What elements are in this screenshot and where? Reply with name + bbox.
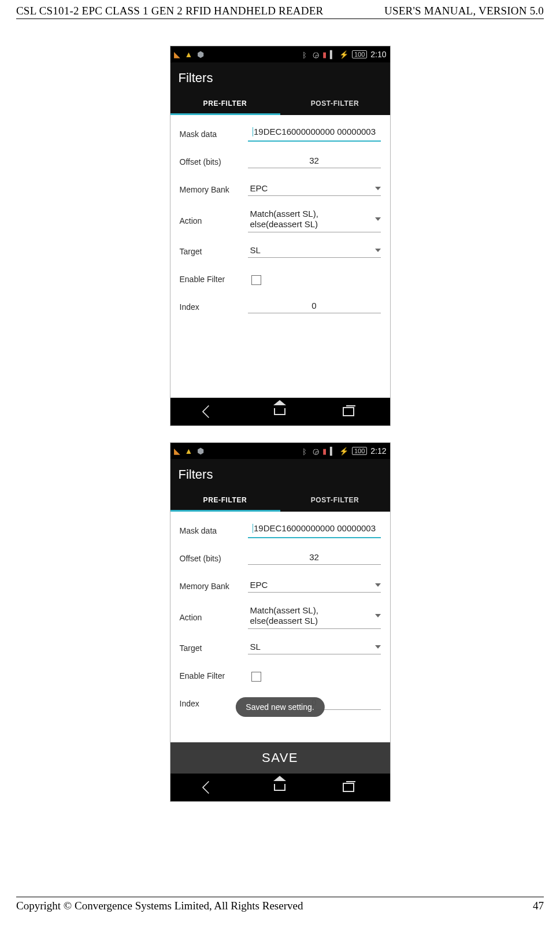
nav-recent-button[interactable] bbox=[342, 404, 365, 420]
tab-pre-filter[interactable]: PRE-FILTER bbox=[170, 92, 280, 115]
wifi-icon: ◶ bbox=[313, 50, 319, 59]
tab-post-filter[interactable]: POST-FILTER bbox=[280, 92, 390, 115]
nav-home-button[interactable] bbox=[268, 404, 291, 420]
action-label: Action bbox=[180, 613, 248, 622]
android-navbar bbox=[170, 398, 390, 426]
target-value: SL bbox=[250, 245, 372, 255]
battery-indicator: 100 bbox=[352, 447, 367, 455]
memory-bank-value: EPC bbox=[250, 183, 372, 193]
android-screenshot-1: ◣ ▲ ⬢ ᛒ ◶ ▮ ▍ ⚡ 100 2:10 Filters PRE-FIL… bbox=[170, 46, 391, 426]
android-navbar bbox=[170, 774, 390, 801]
enable-filter-checkbox[interactable] bbox=[251, 672, 261, 682]
mask-data-input[interactable]: 19DEC16000000000 00000003 bbox=[248, 127, 381, 142]
action-value: Match(assert SL), else(deassert SL) bbox=[250, 209, 372, 230]
chevron-down-icon bbox=[375, 583, 381, 587]
android-screenshot-2: ◣ ▲ ⬢ ᛒ ◶ ▮ ▍ ⚡ 100 2:12 Filters PRE-FIL… bbox=[170, 442, 391, 802]
clock: 2:10 bbox=[370, 50, 386, 59]
header-rule bbox=[16, 18, 544, 19]
page-header: CSL CS101-2 EPC CLASS 1 GEN 2 RFID HANDH… bbox=[0, 0, 560, 18]
warning-icon: ▲ bbox=[185, 50, 193, 59]
nav-back-button[interactable] bbox=[195, 404, 218, 420]
signal-icon: ▍ bbox=[330, 50, 336, 59]
page-footer: Copyright © Convergence Systems Limited,… bbox=[0, 897, 560, 912]
target-dropdown[interactable]: SL bbox=[248, 245, 381, 258]
enable-filter-label: Enable Filter bbox=[180, 671, 248, 680]
charge-icon: ⚡ bbox=[339, 50, 348, 59]
footer-page-number: 47 bbox=[533, 900, 544, 912]
action-dropdown[interactable]: Match(assert SL), else(deassert SL) bbox=[248, 209, 381, 232]
memory-bank-dropdown[interactable]: EPC bbox=[248, 580, 381, 593]
mask-data-value: 19DEC16000000000 00000003 bbox=[254, 127, 376, 136]
warning-icon: ▲ bbox=[185, 446, 193, 456]
target-label: Target bbox=[180, 643, 248, 653]
chevron-down-icon bbox=[375, 249, 381, 252]
index-label: Index bbox=[180, 302, 248, 312]
sim-icon: ▮ bbox=[322, 50, 327, 59]
nav-back-button[interactable] bbox=[195, 779, 218, 796]
footer-copyright: Copyright © Convergence Systems Limited,… bbox=[16, 900, 303, 912]
nav-home-button[interactable] bbox=[268, 779, 291, 796]
text-cursor-icon bbox=[253, 524, 253, 533]
memory-bank-label: Memory Bank bbox=[180, 582, 248, 591]
tabs: PRE-FILTER POST-FILTER bbox=[170, 489, 390, 512]
screenshot-group: ◣ ▲ ⬢ ᛒ ◶ ▮ ▍ ⚡ 100 2:10 Filters PRE-FIL… bbox=[0, 46, 560, 802]
action-label: Action bbox=[180, 216, 248, 225]
chevron-down-icon bbox=[375, 217, 381, 221]
wifi-icon: ◶ bbox=[313, 447, 319, 456]
chevron-down-icon bbox=[375, 614, 381, 617]
target-value: SL bbox=[250, 642, 372, 652]
charge-icon: ⚡ bbox=[339, 447, 348, 456]
signal-icon: ▍ bbox=[330, 447, 336, 456]
enable-filter-checkbox[interactable] bbox=[251, 275, 261, 285]
offset-input[interactable]: 32 bbox=[248, 552, 381, 565]
header-left: CSL CS101-2 EPC CLASS 1 GEN 2 RFID HANDH… bbox=[16, 5, 323, 17]
chevron-down-icon bbox=[375, 645, 381, 649]
text-cursor-icon bbox=[253, 127, 253, 136]
footer-rule bbox=[16, 897, 544, 897]
save-button[interactable]: SAVE bbox=[170, 742, 390, 774]
clock: 2:12 bbox=[370, 446, 386, 456]
status-bar: ◣ ▲ ⬢ ᛒ ◶ ▮ ▍ ⚡ 100 2:10 bbox=[170, 46, 390, 62]
action-dropdown[interactable]: Match(assert SL), else(deassert SL) bbox=[248, 605, 381, 629]
bluetooth-icon: ᛒ bbox=[302, 447, 309, 454]
memory-bank-label: Memory Bank bbox=[180, 185, 248, 194]
notification-icon: ◣ bbox=[174, 50, 180, 59]
sim-icon: ▮ bbox=[322, 447, 327, 456]
tabs: PRE-FILTER POST-FILTER bbox=[170, 92, 390, 115]
battery-indicator: 100 bbox=[352, 50, 367, 58]
mask-data-value: 19DEC16000000000 00000003 bbox=[254, 523, 376, 533]
mask-data-label: Mask data bbox=[180, 526, 248, 535]
bluetooth-icon: ᛒ bbox=[302, 51, 309, 58]
pre-filter-form: Mask data 19DEC16000000000 00000003 Offs… bbox=[170, 115, 390, 398]
toast-saved-setting: Saved new setting. bbox=[235, 697, 324, 717]
android-icon: ⬢ bbox=[197, 50, 204, 59]
memory-bank-dropdown[interactable]: EPC bbox=[248, 183, 381, 196]
mask-data-label: Mask data bbox=[180, 130, 248, 139]
nav-recent-button[interactable] bbox=[342, 779, 365, 796]
mask-data-input[interactable]: 19DEC16000000000 00000003 bbox=[248, 523, 381, 539]
enable-filter-label: Enable Filter bbox=[180, 275, 248, 284]
offset-label: Offset (bits) bbox=[180, 554, 248, 563]
target-dropdown[interactable]: SL bbox=[248, 642, 381, 654]
status-bar: ◣ ▲ ⬢ ᛒ ◶ ▮ ▍ ⚡ 100 2:12 bbox=[170, 443, 390, 459]
offset-input[interactable]: 32 bbox=[248, 156, 381, 168]
chevron-down-icon bbox=[375, 187, 381, 190]
tab-post-filter[interactable]: POST-FILTER bbox=[280, 489, 390, 512]
app-title: Filters bbox=[170, 459, 390, 489]
offset-label: Offset (bits) bbox=[180, 157, 248, 166]
target-label: Target bbox=[180, 247, 248, 256]
tab-pre-filter[interactable]: PRE-FILTER bbox=[170, 489, 280, 512]
memory-bank-value: EPC bbox=[250, 580, 372, 590]
action-value: Match(assert SL), else(deassert SL) bbox=[250, 605, 372, 626]
notification-icon: ◣ bbox=[174, 446, 180, 456]
android-icon: ⬢ bbox=[197, 446, 204, 456]
app-title: Filters bbox=[170, 62, 390, 92]
header-right: USER'S MANUAL, VERSION 5.0 bbox=[384, 5, 544, 17]
index-input[interactable]: 0 bbox=[248, 301, 381, 313]
